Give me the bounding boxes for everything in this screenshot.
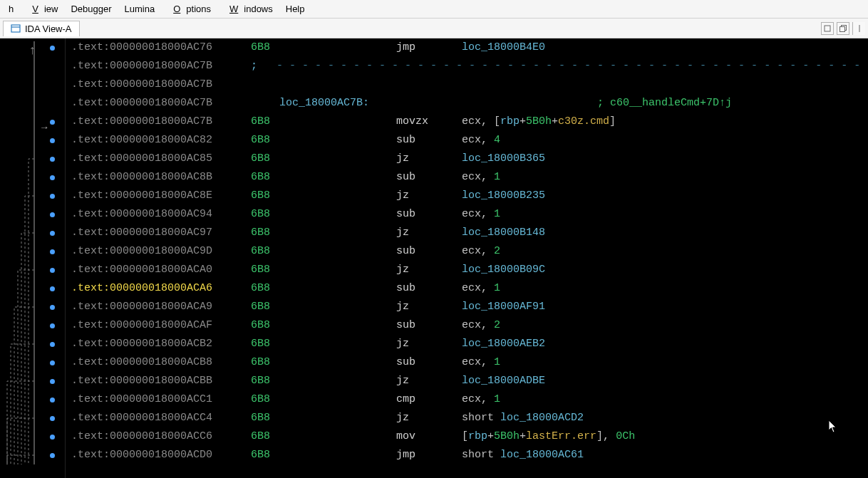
window-restore-button[interactable] [821, 22, 834, 35]
svg-rect-0 [11, 25, 20, 32]
disasm-line[interactable]: .text:000000018000AC766B8jmploc_18000B4E… [71, 38, 868, 57]
gutter-row [0, 76, 65, 94]
gutter-row [0, 353, 65, 372]
disasm-line[interactable]: .text:000000018000AC7B; - - - - - - - - … [71, 57, 868, 76]
gutter-row [0, 335, 65, 353]
flow-gutter: ↑→ [0, 38, 66, 478]
gutter-row [0, 427, 65, 446]
gutter-row: ↑ [0, 38, 65, 57]
menu-item-lumina[interactable]: Lumina [119, 2, 161, 16]
main-menubar: hViewDebuggerLuminaOptionsWindowsHelp [0, 0, 868, 19]
disasm-line[interactable]: .text:000000018000ACC16B8cmpecx, 1 [71, 390, 868, 409]
window-float-button[interactable] [837, 22, 849, 35]
view-icon [11, 24, 21, 33]
disasm-line[interactable]: .text:000000018000AC826B8subecx, 4 [71, 131, 868, 150]
disasm-line[interactable]: .text:000000018000AC8E6B8jzloc_18000B235 [71, 187, 868, 205]
tab-ida-view-a[interactable]: IDA View-A [3, 21, 80, 36]
tab-label: IDA View-A [25, 24, 72, 34]
disasm-line[interactable]: .text:000000018000ACA96B8jzloc_18000AF91 [71, 298, 868, 316]
svg-rect-4 [840, 26, 845, 31]
disasm-line[interactable]: .text:000000018000AC856B8jzloc_18000B365 [71, 150, 868, 168]
disasm-line[interactable]: .text:000000018000AC7B [71, 76, 868, 94]
gutter-row [0, 261, 65, 279]
menu-item-debugger[interactable]: Debugger [65, 2, 117, 16]
gutter-row [0, 131, 65, 150]
disasm-line[interactable]: .text:000000018000ACBB6B8jzloc_18000ADBE [71, 372, 868, 390]
menu-item-options[interactable]: Options [162, 2, 217, 16]
disasm-line[interactable]: .text:000000018000ACD06B8jmpshort loc_18… [71, 446, 868, 464]
disasm-line[interactable]: .text:000000018000AC7Bloc_18000AC7B:; c6… [71, 94, 868, 113]
gutter-row [0, 94, 65, 113]
gutter-row [0, 409, 65, 427]
menu-item-h[interactable]: h [3, 2, 19, 16]
disasm-line[interactable]: .text:000000018000ACB86B8subecx, 1 [71, 353, 868, 372]
disasm-line[interactable]: .text:000000018000AC8B6B8subecx, 1 [71, 168, 868, 187]
gutter-row: → [0, 113, 65, 131]
gutter-row [0, 57, 65, 76]
tab-bar: IDA View-A [0, 19, 868, 38]
disasm-line[interactable]: .text:000000018000ACB26B8jzloc_18000AEB2 [71, 335, 868, 353]
gutter-row [0, 168, 65, 187]
disasm-line[interactable]: .text:000000018000ACC46B8jzshort loc_180… [71, 409, 868, 427]
gutter-row [0, 205, 65, 224]
gutter-row [0, 150, 65, 168]
gutter-row [0, 242, 65, 261]
disasm-line[interactable]: .text:000000018000ACA66B8subecx, 1 [71, 279, 868, 298]
gutter-row [0, 372, 65, 390]
disasm-line[interactable]: .text:000000018000ACAF6B8subecx, 2 [71, 316, 868, 335]
disassembly-listing[interactable]: .text:000000018000AC766B8jmploc_18000B4E… [66, 38, 868, 478]
gutter-row [0, 446, 65, 464]
disasm-line[interactable]: .text:000000018000AC976B8jzloc_18000B148 [71, 224, 868, 242]
menu-item-windows[interactable]: Windows [218, 2, 279, 16]
disasm-line[interactable]: .text:000000018000AC9D6B8subecx, 2 [71, 242, 868, 261]
menu-item-help[interactable]: Help [280, 2, 311, 16]
gutter-row [0, 316, 65, 335]
window-close-cut[interactable] [852, 22, 865, 35]
gutter-row [0, 279, 65, 298]
menu-item-view[interactable]: View [21, 2, 63, 16]
gutter-row [0, 187, 65, 205]
gutter-row [0, 298, 65, 316]
disasm-line[interactable]: .text:000000018000ACC66B8mov[rbp+5B0h+la… [71, 427, 868, 446]
svg-rect-2 [825, 26, 830, 31]
disassembly-view[interactable]: ↑→ .text:000000018000AC766B8jmploc_18000… [0, 38, 868, 478]
disasm-line[interactable]: .text:000000018000ACA06B8jzloc_18000B09C [71, 261, 868, 279]
gutter-row [0, 390, 65, 409]
disasm-line[interactable]: .text:000000018000AC7B6B8movzxecx, [rbp+… [71, 113, 868, 131]
gutter-row [0, 224, 65, 242]
disasm-line[interactable]: .text:000000018000AC946B8subecx, 1 [71, 205, 868, 224]
